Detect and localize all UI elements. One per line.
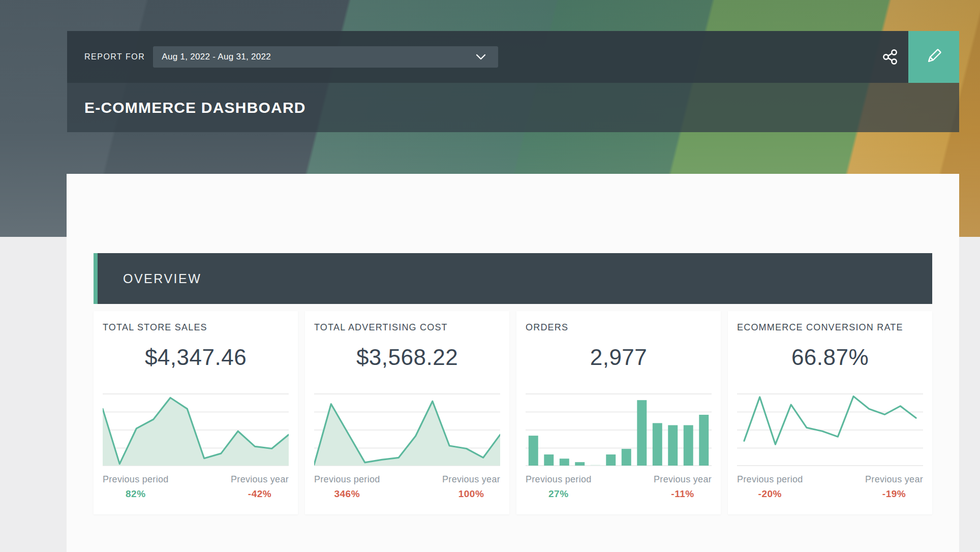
date-range-value: Aug 1, 2022 - Aug 31, 2022 [162, 52, 271, 62]
previous-year-label: Previous year [231, 474, 289, 485]
card-total-advertising-cost: TOTAL ADVERTISING COST $3,568.22 Previou… [305, 311, 509, 514]
previous-period-label: Previous period [103, 474, 169, 485]
comparison-row: Previous period -20% Previous year -19% [737, 474, 923, 500]
overview-section-header: OVERVIEW [94, 253, 932, 304]
card-title: TOTAL STORE SALES [103, 311, 289, 333]
previous-year-block: Previous year -42% [231, 474, 289, 500]
title-bar: E-COMMERCE DASHBOARD [67, 83, 959, 132]
edit-button[interactable] [908, 31, 959, 83]
report-for-label: REPORT FOR [84, 52, 145, 62]
card-total-store-sales: TOTAL STORE SALES $4,347.46 Previous per… [94, 311, 298, 514]
previous-period-block: Previous period 82% [103, 474, 169, 500]
card-title: ECOMMERCE CONVERSION RATE [737, 311, 923, 333]
previous-period-block: Previous period -20% [737, 474, 803, 500]
card-ecommerce-conversion-rate: ECOMMERCE CONVERSION RATE 66.87% Previou… [728, 311, 932, 514]
report-toolbar: REPORT FOR Aug 1, 2022 - Aug 31, 2022 [67, 31, 959, 83]
comparison-row: Previous period 346% Previous year 100% [314, 474, 500, 500]
conversion-line-chart [737, 393, 923, 466]
sales-sparkline-chart [103, 393, 289, 466]
previous-period-block: Previous period 27% [526, 474, 592, 500]
previous-year-value: -19% [865, 488, 923, 500]
previous-year-label: Previous year [654, 474, 712, 485]
kpi-cards-row: TOTAL STORE SALES $4,347.46 Previous per… [94, 311, 932, 514]
card-title: ORDERS [526, 311, 712, 333]
card-value: $4,347.46 [103, 345, 289, 370]
previous-year-label: Previous year [442, 474, 500, 485]
card-title: TOTAL ADVERTISING COST [314, 311, 500, 333]
comparison-row: Previous period 27% Previous year -11% [526, 474, 712, 500]
previous-year-block: Previous year -19% [865, 474, 923, 500]
pencil-icon [923, 46, 944, 69]
previous-period-value: 346% [314, 488, 380, 500]
card-value: $3,568.22 [314, 345, 500, 370]
chevron-down-icon [476, 53, 486, 63]
previous-period-value: 27% [526, 488, 592, 500]
previous-period-label: Previous period [526, 474, 592, 485]
overview-title: OVERVIEW [123, 271, 201, 286]
report-header: REPORT FOR Aug 1, 2022 - Aug 31, 2022 [67, 31, 959, 132]
comparison-row: Previous period 82% Previous year -42% [103, 474, 289, 500]
previous-year-block: Previous year -11% [654, 474, 712, 500]
previous-year-block: Previous year 100% [442, 474, 500, 500]
content-panel: OVERVIEW TOTAL STORE SALES $4,347.46 Pre… [67, 174, 959, 552]
previous-year-label: Previous year [865, 474, 923, 485]
orders-bar-chart [526, 393, 712, 466]
previous-period-label: Previous period [737, 474, 803, 485]
previous-year-value: -11% [654, 488, 712, 500]
previous-year-value: -42% [231, 488, 289, 500]
page-title: E-COMMERCE DASHBOARD [84, 99, 306, 116]
card-value: 66.87% [737, 345, 923, 370]
previous-period-value: 82% [103, 488, 169, 500]
previous-year-value: 100% [442, 488, 500, 500]
card-orders: ORDERS 2,977 Previous period 27% Previou… [516, 311, 721, 514]
previous-period-block: Previous period 346% [314, 474, 380, 500]
advertising-sparkline-chart [314, 393, 500, 466]
date-range-select[interactable]: Aug 1, 2022 - Aug 31, 2022 [153, 46, 498, 68]
previous-period-label: Previous period [314, 474, 380, 485]
share-icon[interactable] [881, 48, 899, 66]
previous-period-value: -20% [737, 488, 803, 500]
card-value: 2,977 [526, 345, 712, 370]
